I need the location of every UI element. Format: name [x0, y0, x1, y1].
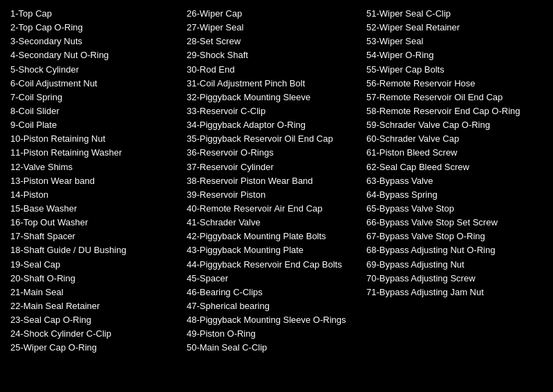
- list-item: 19-Seal Cap: [10, 258, 180, 272]
- list-item: 61-Piston Bleed Screw: [366, 146, 536, 160]
- list-item: 34-Piggyback Adaptor O-Ring: [187, 118, 359, 132]
- list-item: 48-Piggyback Mounting Sleeve O-Rings: [187, 313, 359, 327]
- list-item: 25-Wiper Cap O-Ring: [10, 341, 180, 355]
- list-item: 49-Piston O-Ring: [187, 327, 359, 341]
- list-item: 46-Bearing C-Clips: [187, 286, 359, 299]
- list-item: 15-Base Washer: [10, 202, 180, 216]
- list-item: 13-Piston Wear band: [10, 174, 180, 188]
- list-item: 18-Shaft Guide / DU Bushing: [10, 243, 180, 257]
- list-item: 22-Main Seal Retainer: [10, 299, 180, 313]
- list-item: 67-Bypass Valve Stop O-Ring: [366, 230, 536, 243]
- list-item: 31-Coil Adjustment Pinch Bolt: [187, 77, 359, 91]
- list-item: 62-Seal Cap Bleed Screw: [366, 160, 536, 174]
- list-item: 9-Coil Plate: [10, 118, 180, 132]
- list-item: 59-Schrader Valve Cap O-Ring: [366, 118, 536, 132]
- list-item: 69-Bypass Adjusting Nut: [366, 258, 536, 272]
- list-item: 32-Piggyback Mounting Sleeve: [187, 91, 359, 104]
- list-item: 20-Shaft O-Ring: [10, 272, 180, 286]
- column-1: 1-Top Cap2-Top Cap O-Ring3-Secondary Nut…: [10, 7, 187, 355]
- list-item: 71-Bypass Adjusting Jam Nut: [366, 286, 536, 299]
- list-item: 65-Bypass Valve Stop: [366, 202, 536, 216]
- list-item: 44-Piggyback Reservoir End Cap Bolts: [187, 258, 359, 272]
- list-item: 41-Schrader Valve: [187, 216, 359, 230]
- list-item: 26-Wiper Cap: [187, 7, 359, 21]
- list-item: 53-Wiper Seal: [366, 35, 536, 48]
- list-item: 36-Reservoir O-Rings: [187, 146, 359, 160]
- list-item: 51-Wiper Seal C-Clip: [366, 7, 536, 21]
- list-item: 60-Schrader Valve Cap: [366, 132, 536, 146]
- list-item: 27-Wiper Seal: [187, 21, 359, 35]
- list-item: 55-Wiper Cap Bolts: [366, 63, 536, 77]
- list-item: 8-Coil Slider: [10, 104, 180, 118]
- list-item: 64-Bypass Spring: [366, 188, 536, 202]
- list-item: 11-Piston Retaining Washer: [10, 146, 180, 160]
- list-item: 47-Spherical bearing: [187, 299, 359, 313]
- list-item: 70-Bypass Adjusting Screw: [366, 272, 536, 286]
- list-item: 58-Remote Reservoir End Cap O-Ring: [366, 104, 536, 118]
- list-item: 10-Piston Retaining Nut: [10, 132, 180, 146]
- list-item: 7-Coil Spring: [10, 91, 180, 104]
- list-item: 68-Bypass Adjusting Nut O-Ring: [366, 243, 536, 257]
- column-2: 26-Wiper Cap27-Wiper Seal28-Set Screw29-…: [187, 7, 366, 355]
- list-item: 24-Shock Cylinder C-Clip: [10, 327, 180, 341]
- list-item: 33-Reservoir C-Clip: [187, 104, 359, 118]
- list-item: 45-Spacer: [187, 272, 359, 286]
- list-item: 39-Reservoir Piston: [187, 188, 359, 202]
- list-item: 3-Secondary Nuts: [10, 35, 180, 48]
- list-item: 17-Shaft Spacer: [10, 230, 180, 243]
- list-item: 4-Secondary Nut O-Ring: [10, 48, 180, 62]
- list-item: 63-Bypass Valve: [366, 174, 536, 188]
- list-item: 29-Shock Shaft: [187, 48, 359, 62]
- list-item: 57-Remote Reservoir Oil End Cap: [366, 91, 536, 104]
- list-item: 30-Rod End: [187, 63, 359, 77]
- list-item: 56-Remote Reservoir Hose: [366, 77, 536, 91]
- list-item: 1-Top Cap: [10, 7, 180, 21]
- list-item: 42-Piggyback Mounting Plate Bolts: [187, 230, 359, 243]
- parts-list: 1-Top Cap2-Top Cap O-Ring3-Secondary Nut…: [10, 7, 543, 355]
- list-item: 40-Remote Reservoir Air End Cap: [187, 202, 359, 216]
- list-item: 38-Reservoir Piston Wear Band: [187, 174, 359, 188]
- list-item: 52-Wiper Seal Retainer: [366, 21, 536, 35]
- list-item: 2-Top Cap O-Ring: [10, 21, 180, 35]
- list-item: 50-Main Seal C-Clip: [187, 341, 359, 355]
- list-item: 28-Set Screw: [187, 35, 359, 48]
- list-item: 21-Main Seal: [10, 286, 180, 299]
- list-item: 23-Seal Cap O-Ring: [10, 313, 180, 327]
- list-item: 37-Reservoir Cylinder: [187, 160, 359, 174]
- list-item: 14-Piston: [10, 188, 180, 202]
- list-item: 16-Top Out Washer: [10, 216, 180, 230]
- list-item: 5-Shock Cylinder: [10, 63, 180, 77]
- list-item: 66-Bypass Valve Stop Set Screw: [366, 216, 536, 230]
- list-item: 35-Piggyback Reservoir Oil End Cap: [187, 132, 359, 146]
- list-item: 12-Valve Shims: [10, 160, 180, 174]
- column-3: 51-Wiper Seal C-Clip52-Wiper Seal Retain…: [366, 7, 543, 355]
- list-item: 54-Wiper O-Ring: [366, 48, 536, 62]
- list-item: 6-Coil Adjustment Nut: [10, 77, 180, 91]
- list-item: 43-Piggyback Mounting Plate: [187, 243, 359, 257]
